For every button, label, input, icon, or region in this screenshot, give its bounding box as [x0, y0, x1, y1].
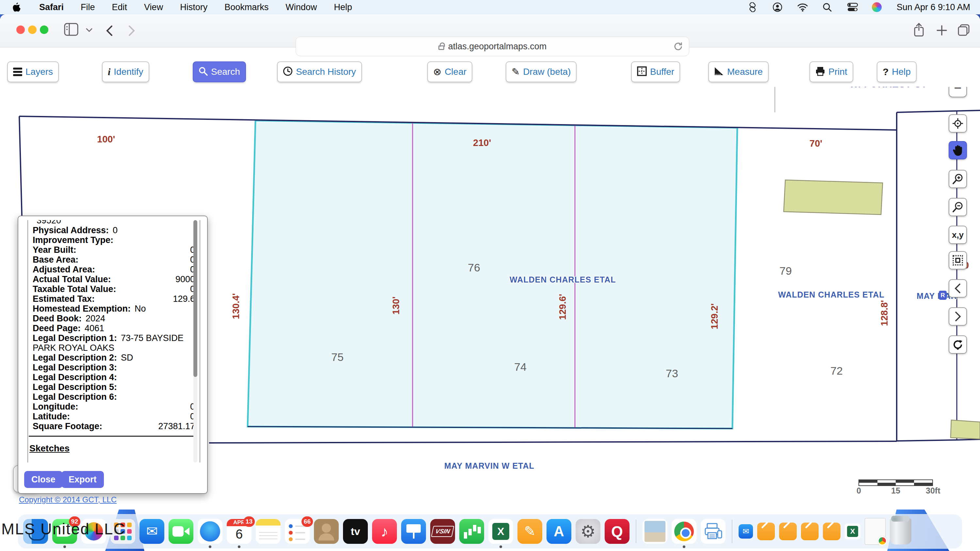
- dock-safari-icon[interactable]: [197, 519, 223, 544]
- print-button[interactable]: Print: [810, 61, 853, 82]
- dock-chrome-icon[interactable]: [671, 519, 697, 544]
- menu-bar: Safari File Edit View History Bookmarks …: [0, 0, 980, 14]
- buffer-button[interactable]: Buffer: [631, 61, 680, 82]
- dock-minimized-pages-doc-3[interactable]: [801, 522, 819, 540]
- copyright-link[interactable]: Copyright © 2014 GCT, LLC: [19, 495, 117, 504]
- dock-quicken-icon[interactable]: Q: [605, 519, 630, 544]
- dock-appletv-icon[interactable]: tv: [343, 519, 368, 544]
- menu-edit[interactable]: Edit: [112, 2, 127, 13]
- dock-minimized-pages-doc-1[interactable]: [757, 522, 775, 540]
- dock-minimized-pages-doc-4[interactable]: [823, 522, 840, 540]
- sidebar-toggle-icon[interactable]: [64, 23, 78, 37]
- extent-button[interactable]: [949, 251, 967, 270]
- dock-contacts-icon[interactable]: [314, 519, 339, 544]
- field-label: Legal Description 4:: [33, 372, 117, 382]
- dock-mail-icon[interactable]: ✉: [140, 519, 164, 544]
- pan-button[interactable]: [949, 141, 967, 159]
- dock-minimized-excel-doc[interactable]: X: [845, 524, 861, 539]
- dock-minimized-pages-doc-2[interactable]: [779, 522, 797, 540]
- dock-music-icon[interactable]: ♪: [372, 519, 397, 544]
- dock-vsin-icon[interactable]: VSIN: [430, 519, 455, 544]
- draw-button[interactable]: ✎ Draw (beta): [506, 61, 577, 82]
- control-center-icon[interactable]: [847, 2, 857, 12]
- help-button[interactable]: ? Help: [877, 61, 916, 82]
- identify-button[interactable]: i Identify: [102, 61, 149, 82]
- spotlight-icon[interactable]: [822, 2, 832, 12]
- siri-icon[interactable]: [872, 2, 882, 12]
- menu-bookmarks[interactable]: Bookmarks: [224, 2, 269, 13]
- field-label: Homestead Exemption:: [33, 304, 130, 314]
- export-button[interactable]: Export: [61, 471, 104, 488]
- dock-keynote-icon[interactable]: [401, 519, 426, 544]
- layers-button[interactable]: Layers: [7, 61, 59, 82]
- new-tab-icon[interactable]: [936, 25, 947, 37]
- dock-printer-icon[interactable]: [701, 519, 725, 544]
- zoom-in-box-button[interactable]: [949, 170, 967, 188]
- dock-appstore-icon[interactable]: A: [547, 519, 571, 544]
- dock-excel-icon[interactable]: X: [488, 519, 513, 544]
- clear-button[interactable]: ⊗ Clear: [427, 61, 473, 82]
- locate-button[interactable]: [949, 114, 967, 133]
- stacked-cards-icon[interactable]: [748, 2, 757, 12]
- field-label: Square Footage:: [33, 421, 102, 431]
- vsin-logo: VSIN: [431, 526, 454, 537]
- menu-help[interactable]: Help: [334, 2, 352, 13]
- menu-view[interactable]: View: [144, 2, 163, 13]
- close-window-button[interactable]: [16, 25, 25, 34]
- search-button[interactable]: Search: [193, 61, 246, 82]
- identify-label: Identify: [114, 67, 143, 77]
- dock-reminders-icon[interactable]: 66: [285, 519, 310, 544]
- panel-row-partial: 39520: [37, 220, 61, 225]
- menu-file[interactable]: File: [81, 2, 95, 13]
- excel-logo: X: [492, 523, 509, 540]
- parcel-number-72: 72: [830, 365, 843, 377]
- menu-app-name[interactable]: Safari: [39, 2, 64, 13]
- dock-divider: [636, 520, 636, 543]
- panel-scrollbar-thumb[interactable]: [193, 220, 197, 377]
- field-value: 2024: [86, 314, 105, 323]
- dock-desktop-picture-icon[interactable]: [643, 519, 667, 544]
- zoom-window-button[interactable]: [40, 25, 48, 34]
- wifi-icon[interactable]: [797, 2, 807, 12]
- dock-numbers-icon[interactable]: [459, 519, 484, 544]
- field-label: Actual Total Value:: [33, 274, 111, 284]
- share-icon[interactable]: [913, 23, 924, 38]
- dock-pages-icon[interactable]: ✎: [517, 519, 542, 544]
- dock-trash-icon[interactable]: [890, 518, 912, 545]
- clear-label: Clear: [445, 67, 466, 77]
- field-label: Adjusted Area:: [33, 265, 95, 274]
- running-indicator: [500, 545, 502, 548]
- zoom-out-box-button[interactable]: [949, 198, 967, 216]
- dock-minimized-mail-window[interactable]: ✉: [738, 524, 753, 538]
- menu-clock[interactable]: Sun Apr 6 9:10 AM: [897, 2, 970, 13]
- parcel-info-scroll-area[interactable]: 39520 Physical Address:0 Improvement Typ…: [27, 220, 200, 462]
- dock-facetime-icon[interactable]: [169, 519, 193, 544]
- menu-history[interactable]: History: [180, 2, 207, 13]
- printer-icon: [815, 66, 825, 78]
- search-history-button[interactable]: Search History: [277, 61, 362, 82]
- forward-button[interactable]: [127, 24, 136, 38]
- dock-calendar-icon[interactable]: APR 6 13: [227, 519, 251, 544]
- user-account-icon[interactable]: [773, 2, 783, 12]
- refresh-button[interactable]: [949, 335, 967, 354]
- measure-button[interactable]: Measure: [708, 61, 768, 82]
- address-bar[interactable]: atlas.geoportalmaps.com: [296, 37, 689, 56]
- field-value: 0: [113, 225, 118, 235]
- field-label: Legal Description 5:: [33, 382, 117, 392]
- sketch-table-header: Sketch Sketch Name: [29, 462, 195, 462]
- boundary-top-right: [897, 110, 980, 112]
- menu-window[interactable]: Window: [285, 2, 317, 13]
- apple-menu-icon[interactable]: [13, 2, 22, 12]
- tab-overview-icon[interactable]: [957, 24, 970, 38]
- next-extent-button[interactable]: [949, 307, 967, 326]
- dock-notes-icon[interactable]: [256, 519, 281, 544]
- minimize-window-button[interactable]: [28, 25, 37, 34]
- dock-minimized-chrome-window[interactable]: [865, 518, 886, 545]
- previous-extent-button[interactable]: [949, 279, 967, 297]
- xy-coordinates-button[interactable]: x,y: [949, 226, 967, 244]
- scale-zero: 0: [856, 486, 861, 495]
- back-button[interactable]: [105, 24, 114, 38]
- close-button[interactable]: Close: [24, 471, 63, 488]
- sidebar-chevron-icon[interactable]: [86, 27, 93, 34]
- dock-settings-icon[interactable]: ⚙: [576, 519, 600, 544]
